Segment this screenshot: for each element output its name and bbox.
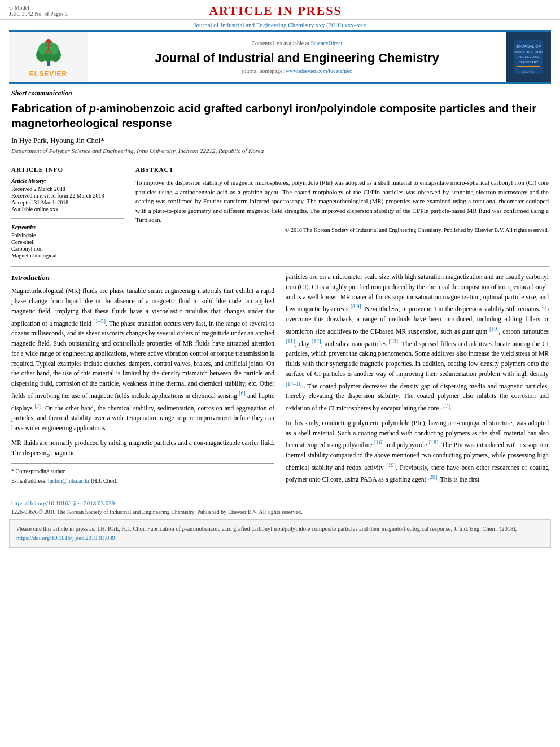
top-banner: G Model JIEC 3942 No. of Pages 5 ARTICLE… [0, 0, 560, 20]
svg-rect-18 [517, 66, 540, 67]
body-right-col: particles are on a micrometer scale size… [286, 272, 549, 490]
citation-box: Please cite this article in press as: I.… [9, 519, 551, 548]
ref-7: [7] [35, 403, 42, 409]
article-in-press-title: ARTICLE IN PRESS [68, 3, 483, 18]
received-revised-date: Received in revised form 22 March 2018 [11, 193, 124, 199]
svg-text:JOURNAL OF: JOURNAL OF [516, 45, 541, 49]
affiliation: Department of Polymer Science and Engine… [11, 147, 549, 154]
keywords-label: Keywords: [11, 224, 124, 230]
article-info-column: ARTICLE INFO Article history: Received 2… [11, 166, 124, 259]
journal-homepage: journal homepage: www.elsevier.com/locat… [242, 68, 352, 74]
article-info-abstract-section: ARTICLE INFO Article history: Received 2… [11, 166, 549, 259]
keyword-3: Carbonyl iron [11, 246, 124, 252]
ref-6: [6] [239, 390, 246, 396]
copyright-footer: 1226-086X/© 2018 The Korean Society of I… [11, 509, 549, 515]
header-right-logo: JOURNAL OF INDUSTRIAL AND ENGINEERING CH… [506, 32, 551, 82]
email-link[interactable]: hjchoi@inha.ac.kr [48, 478, 90, 484]
ref-16b: [16] [374, 439, 384, 445]
ref-14-16: [14–16] [286, 381, 304, 387]
header-center: Contents lists available at ScienceDirec… [88, 32, 506, 82]
ref-12: [12] [312, 338, 321, 344]
contents-available: Contents lists available at ScienceDirec… [251, 40, 342, 46]
abstract-header: ABSTRACT [135, 166, 549, 174]
elsevier-tree-icon [26, 37, 71, 68]
keyword-1: Polyindole [11, 232, 124, 238]
svg-point-7 [46, 39, 51, 43]
citation-text-start: Please cite this article in press as: I.… [16, 526, 517, 532]
footnote-left: * Corresponding author. E-mail address: … [11, 463, 274, 486]
keyword-2: Core-shell [11, 239, 124, 245]
article-title: Fabrication of p-aminobenzoic acid graft… [11, 101, 549, 130]
ref-13: [13] [388, 338, 398, 344]
right-para-1: particles are on a micrometer scale size… [286, 272, 549, 414]
right-para-2: In this study, conducting polymeric poly… [286, 418, 549, 485]
journal-ref-top: Journal of Industrial and Engineering Ch… [0, 20, 560, 30]
section-divider [11, 160, 549, 160]
ref-11: [11] [286, 338, 295, 344]
doi-link[interactable]: https://doi.org/10.1016/j.jiec.2018.03.0… [11, 500, 115, 506]
introduction-title: Introduction [11, 272, 274, 283]
ref-17: [17] [440, 403, 450, 409]
accepted-date: Accepted 31 March 2018 [11, 199, 124, 206]
svg-text:INDUSTRIAL AND: INDUSTRIAL AND [514, 50, 542, 54]
elsevier-wordmark: ELSEVIER [29, 70, 67, 78]
g-model-text: G Model JIEC 3942 No. of Pages 5 [9, 5, 68, 17]
keyword-4: Magnetorheological [11, 252, 124, 259]
body-two-col: Introduction Magnetorheological (MR) flu… [11, 272, 549, 490]
article-history-label: Article history: [11, 178, 124, 184]
svg-text:ELSEVIER: ELSEVIER [522, 70, 536, 73]
intro-para-2: MR fluids are normally produced by mixin… [11, 438, 274, 458]
body-divider [11, 266, 549, 267]
corresponding-author-note: * Corresponding author. [11, 467, 274, 476]
page-wrapper: G Model JIEC 3942 No. of Pages 5 ARTICLE… [0, 0, 560, 548]
journal-title-main: Journal of Industrial and Engineering Ch… [155, 51, 439, 65]
received-date: Received 2 March 2018 [11, 186, 124, 192]
ref-8-9: [8,9] [351, 303, 361, 309]
email-line: E-mail address: hjchoi@inha.ac.kr (H.J. … [11, 477, 274, 486]
journal-logo-icon: JOURNAL OF INDUSTRIAL AND ENGINEERING CH… [512, 38, 545, 76]
available-online: Available online xxx [11, 206, 124, 212]
intro-para-1: Magnetorheological (MR) fluids are phase… [11, 286, 274, 434]
sciencedirect-link[interactable]: ScienceDirect [310, 40, 342, 46]
citation-doi-link[interactable]: https://doi.org/10.1016/j.jiec.2018.03.0… [16, 535, 115, 541]
abstract-column: ABSTRACT To improve the dispersion stabi… [135, 166, 549, 259]
authors: In Hye Park, Hyoung Jin Choi* [11, 136, 549, 145]
short-communication: Short communication [11, 89, 549, 98]
ref-10: [10] [489, 326, 499, 332]
article-info-header: ARTICLE INFO [11, 166, 124, 174]
header-section: ELSEVIER Contents lists available at Sci… [9, 30, 551, 84]
ref-18: [18] [429, 439, 439, 445]
abstract-text: To improve the dispersion stability of m… [135, 178, 549, 225]
ref-19: [19] [386, 462, 396, 468]
info-divider [11, 218, 124, 219]
journal-homepage-link[interactable]: www.elsevier.com/locate/jiec [286, 68, 352, 74]
svg-text:ENGINEERING: ENGINEERING [517, 55, 540, 59]
svg-text:CHEMISTRY: CHEMISTRY [518, 60, 538, 64]
body-left-col: Introduction Magnetorheological (MR) flu… [11, 272, 274, 490]
doi-footer: https://doi.org/10.1016/j.jiec.2018.03.0… [11, 499, 549, 508]
ref-1-5: [1–5] [93, 318, 106, 324]
keywords-section: Keywords: Polyindole Core-shell Carbonyl… [11, 224, 124, 259]
elsevier-logo: ELSEVIER [9, 32, 88, 82]
abstract-copyright: © 2018 The Korean Society of Industrial … [135, 227, 549, 233]
main-content: Short communication Fabrication of p-ami… [0, 84, 560, 495]
ref-20: [20] [428, 474, 438, 480]
